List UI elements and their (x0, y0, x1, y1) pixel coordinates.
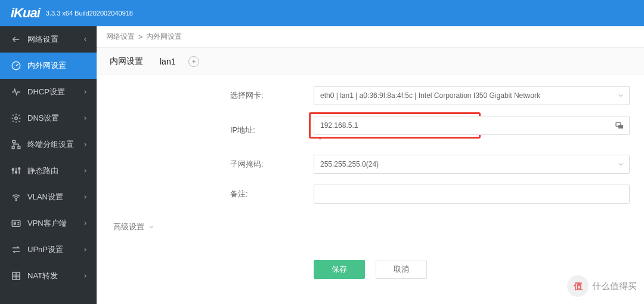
chevron-right-icon (82, 194, 88, 200)
chevron-right-icon (82, 220, 88, 226)
build-version: 3.3.3 x64 Build202002040918 (46, 10, 133, 17)
chevron-right-icon (82, 247, 88, 253)
note-label: 备注: (105, 189, 314, 199)
sidebar-item-label: NAT转发 (27, 271, 82, 281)
sidebar-item-terminal-group[interactable]: 终端分组设置 (0, 131, 97, 158)
svg-rect-13 (618, 125, 623, 128)
sidebar-item-label: 静态路由 (27, 165, 82, 176)
add-tab-button[interactable] (188, 56, 199, 67)
sidebar-item-dns[interactable]: DNS设置 (0, 105, 97, 131)
sliders-icon (8, 165, 24, 176)
grid-icon (8, 271, 24, 281)
sidebar-item-vlan[interactable]: VLAN设置 (0, 184, 97, 210)
sidebar-item-network-settings[interactable]: 网络设置 (0, 26, 97, 53)
note-input[interactable] (320, 190, 614, 198)
breadcrumb-item[interactable]: 网络设置 (106, 32, 135, 42)
gauge-icon (8, 60, 24, 71)
nic-select[interactable]: eth0 | lan1 | a0:36:9f:8a:4f:5c | Intel … (314, 86, 630, 105)
chevron-down-icon (617, 161, 624, 168)
swap-icon (8, 244, 24, 255)
breadcrumb: 网络设置 > 内外网设置 (97, 26, 644, 48)
breadcrumb-item[interactable]: 内外网设置 (146, 32, 182, 42)
svg-point-5 (12, 168, 14, 170)
note-input-wrap (314, 185, 630, 204)
ip-input[interactable] (320, 121, 614, 130)
mask-value: 255.255.255.0(24) (320, 160, 379, 168)
chevron-right-icon (82, 168, 88, 174)
svg-rect-3 (12, 146, 14, 149)
sidebar-item-upnp[interactable]: UPnP设置 (0, 237, 97, 263)
chevron-right-icon (82, 142, 88, 148)
svg-rect-4 (18, 146, 20, 149)
chevron-right-icon (82, 115, 88, 121)
sidebar-item-label: VPN客户端 (27, 218, 82, 229)
app-logo: iKuai (11, 5, 40, 21)
svg-rect-9 (12, 220, 20, 227)
sidebar-item-vpn-client[interactable]: VPN客户端 (0, 210, 97, 237)
ip-input-wrap (314, 116, 630, 135)
chevron-down-icon (617, 92, 624, 99)
sidebar: 网络设置 内外网设置 DHCP设置 DNS设置 终端分组设置 静态路由 (0, 26, 97, 304)
sidebar-item-label: 终端分组设置 (27, 139, 82, 150)
sidebar-item-dhcp[interactable]: DHCP设置 (0, 79, 97, 105)
sidebar-item-label: DNS设置 (27, 113, 82, 124)
pulse-icon (8, 87, 24, 97)
plus-icon (191, 59, 197, 65)
svg-point-1 (15, 117, 18, 120)
sidebar-item-label: UPnP设置 (27, 244, 82, 255)
chevron-right-icon (82, 273, 88, 279)
gear-icon (8, 113, 24, 124)
mask-select[interactable]: 255.255.255.0(24) (314, 155, 630, 174)
mask-label: 子网掩码: (105, 159, 314, 170)
sidebar-item-static-route[interactable]: 静态路由 (0, 158, 97, 184)
svg-point-8 (16, 200, 17, 201)
sidebar-item-label: VLAN设置 (27, 192, 82, 202)
advanced-toggle[interactable]: 高级设置 (105, 222, 636, 232)
topology-icon (8, 139, 24, 150)
ip-helper-icon[interactable] (615, 121, 624, 130)
id-card-icon (8, 218, 24, 229)
chevron-right-icon (82, 89, 88, 95)
wifi-icon (8, 192, 24, 202)
cancel-button[interactable]: 取消 (376, 260, 427, 279)
chevron-left-icon (82, 36, 88, 42)
ip-label: IP地址: (105, 125, 314, 136)
nic-value: eth0 | lan1 | a0:36:9f:8a:4f:5c | Intel … (320, 91, 540, 100)
save-button[interactable]: 保存 (314, 260, 365, 279)
chevron-down-icon (148, 223, 155, 231)
tab-lan1[interactable]: lan1 (155, 57, 180, 66)
svg-point-7 (18, 168, 20, 170)
sidebar-item-label: 内外网设置 (27, 60, 88, 71)
sidebar-item-lan-wan[interactable]: 内外网设置 (0, 53, 97, 79)
breadcrumb-sep: > (138, 33, 143, 41)
sidebar-item-nat[interactable]: NAT转发 (0, 263, 97, 289)
arrow-exit-icon (8, 34, 24, 45)
svg-point-10 (14, 222, 16, 224)
tab-lan-settings[interactable]: 内网设置 (105, 56, 148, 67)
svg-rect-2 (13, 140, 16, 143)
sidebar-item-label: DHCP设置 (27, 87, 82, 97)
sidebar-item-label: 网络设置 (27, 34, 82, 45)
advanced-label: 高级设置 (113, 222, 144, 232)
nic-label: 选择网卡: (105, 90, 314, 101)
required-mark: * (318, 135, 321, 144)
svg-point-6 (16, 171, 17, 173)
